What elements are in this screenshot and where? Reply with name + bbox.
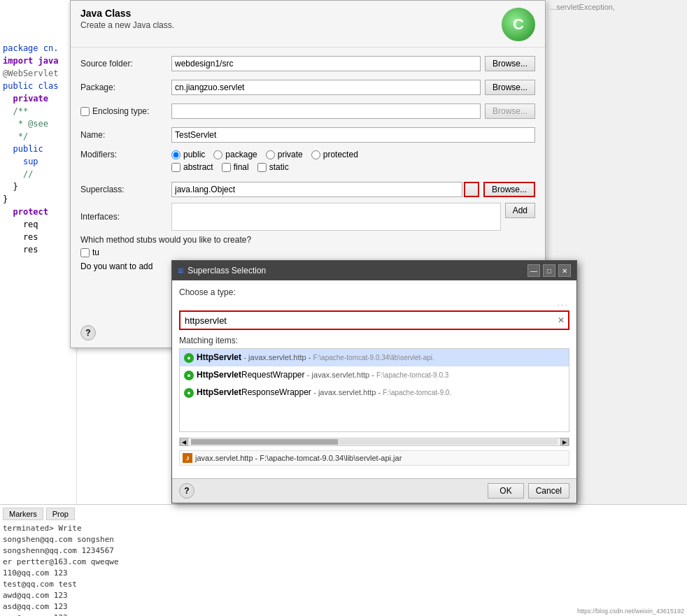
match-item-icon-3: ● [184,388,194,398]
dialog-subtitle: Create a new Java class. [80,20,174,30]
package-input[interactable] [171,80,481,95]
source-folder-input[interactable] [171,56,481,71]
match-item-text-2: HttpServletRequestWrapper - javax.servle… [197,368,448,382]
code-line: res [3,231,73,243]
jar-icon: J [183,453,192,463]
code-line: } [3,180,73,193]
console-line: songshenn@qq.com 1234567 [3,545,684,557]
superclass-row: Superclass: Browse... [80,182,535,197]
abstract-checkbox-label: abstract [171,162,213,172]
maximize-button[interactable]: □ [543,264,555,277]
options-dots: ··· [558,301,569,309]
source-folder-browse-button[interactable]: Browse... [485,56,535,71]
static-checkbox[interactable] [257,163,267,172]
code-line: public [3,143,73,155]
tab-prop[interactable]: Prop [46,508,75,520]
match-item-text-3: HttpServletResponseWrapper - javax.servl… [197,386,451,399]
enclosing-checkbox-area: Enclosing type: [80,106,171,116]
jar-info-text: javax.servlet.http - F:\apache-tomcat-9.… [195,454,402,462]
scroll-thumb [191,439,338,445]
dialog-header-text: Java Class Create a new Java class. [80,8,174,30]
matching-items-list[interactable]: ● HttpServlet - javax.servlet.http - F:\… [179,348,569,432]
modifiers-label: Modifiers: [80,150,171,159]
superclass-label: Superclass: [80,185,171,194]
name-row: Name: [80,126,535,144]
final-checkbox[interactable] [222,163,231,172]
console-tabs: Markers Prop [3,508,684,520]
footer-buttons: OK Cancel [488,483,569,499]
superclass-small-browse-button[interactable] [464,182,479,197]
enclosing-type-browse-button[interactable]: Browse... [485,103,535,119]
superclass-dialog-icon: ≡ [178,265,183,276]
match-item-text: HttpServlet - javax.servlet.http - F:\ap… [197,351,434,364]
modifiers-row: Modifiers: public package private [80,150,535,176]
package-label: package [225,150,257,159]
package-radio[interactable] [213,150,222,159]
public-radio[interactable] [171,150,180,159]
interfaces-add-button[interactable]: Add [505,203,535,218]
superclass-input[interactable] [171,182,462,197]
superclass-footer: ? OK Cancel [172,478,576,503]
tab-markers[interactable]: Markers [3,508,43,520]
minimize-button[interactable]: — [527,264,540,277]
dialog-title: Java Class [80,8,174,19]
choose-type-label: Choose a type: [179,287,569,297]
superclass-search-input[interactable] [180,312,554,329]
stubs-row: tu [80,248,535,257]
superclass-body: Choose a type: ··· ✕ Matching items: ● H… [172,280,576,478]
static-label: static [269,162,289,172]
interfaces-list [171,203,501,231]
name-input[interactable] [171,127,535,143]
scroll-left-arrow[interactable]: ◀ [180,438,188,446]
console-line: songshen@qq.com songshen [3,534,684,545]
other-modifiers: abstract final static [171,162,289,172]
private-radio[interactable] [266,150,275,159]
enclosing-type-label-text: Enclosing type: [92,106,149,116]
package-label: Package: [80,83,171,92]
ok-button[interactable]: OK [488,483,523,499]
protected-radio[interactable] [311,150,320,159]
match-item-responsewrapper[interactable]: ● HttpServletResponseWrapper - javax.ser… [180,384,569,401]
which-methods-section: Which method stubs would you like to cre… [80,235,535,257]
private-radio-label: private [266,150,303,159]
console-line: 110@qq.com 123 [3,568,684,579]
match-item-icon: ● [184,353,194,363]
abstract-label: abstract [183,162,213,172]
eclipse-logo: C [502,8,535,41]
source-folder-row: Source folder: Browse... [80,55,535,73]
private-label: private [278,150,303,159]
horizontal-scrollbar[interactable]: ◀ ▶ [179,438,569,446]
code-line: import java [3,55,73,67]
close-button[interactable]: ✕ [558,264,571,277]
scroll-right-arrow[interactable]: ▶ [560,438,569,446]
code-line: sup [3,155,73,168]
code-line: public clas [3,80,73,92]
superclass-help-button[interactable]: ? [179,483,194,499]
code-line: /** [3,105,73,117]
enclosing-type-label: Enclosing type: [80,106,171,116]
access-modifiers: public package private protected [171,150,358,159]
superclass-selection-dialog: ≡ Superclass Selection — □ ✕ Choose a ty… [171,260,577,503]
superclass-browse-button[interactable]: Browse... [483,182,535,197]
protected-radio-label: protected [311,150,358,159]
final-label: final [234,162,249,172]
which-methods-label: Which method stubs would you like to cre… [80,235,535,245]
enclosing-type-row: Enclosing type: Browse... [80,102,535,120]
match-item-requestwrapper[interactable]: ● HttpServletRequestWrapper - javax.serv… [180,366,569,384]
main-dialog-help-button[interactable]: ? [80,325,96,341]
search-clear-button[interactable]: ✕ [554,312,568,329]
abstract-checkbox[interactable] [171,163,180,172]
console-content: terminated> Write songshen@qq.com songsh… [3,523,684,616]
code-line: req [3,218,73,231]
scroll-track [191,439,558,445]
stub-checkbox[interactable] [80,248,90,257]
protected-label: protected [323,150,358,159]
match-item-httpservlet[interactable]: ● HttpServlet - javax.servlet.http - F:\… [180,349,569,366]
cancel-button[interactable]: Cancel [528,483,569,499]
public-radio-label: public [171,150,205,159]
enclosing-type-checkbox[interactable] [80,107,90,116]
package-browse-button[interactable]: Browse... [485,80,535,95]
enclosing-type-input[interactable] [171,103,481,119]
superclass-titlebar: ≡ Superclass Selection — □ ✕ [172,261,576,280]
final-checkbox-label: final [222,162,249,172]
